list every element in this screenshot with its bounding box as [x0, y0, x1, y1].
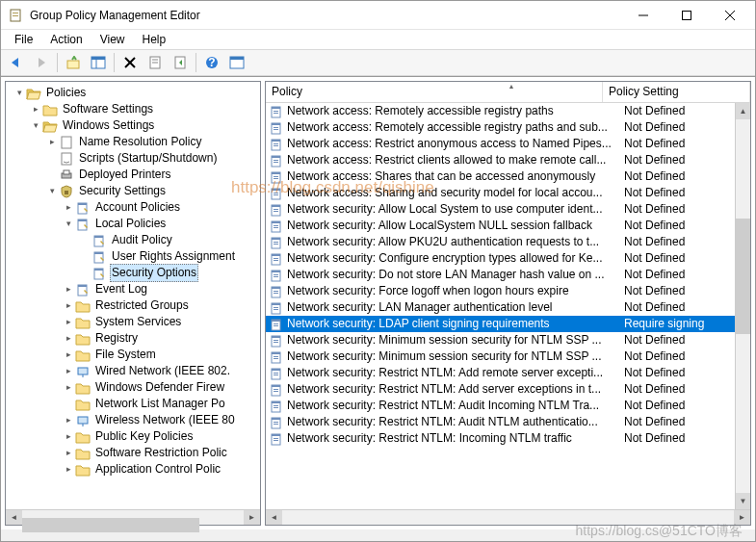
expand-toggle-icon[interactable]: ▸ [28, 101, 43, 117]
policy-row[interactable]: Network security: Minimum session securi… [266, 348, 750, 365]
menu-file[interactable]: File [7, 31, 40, 48]
policy-row[interactable]: Network security: Do not store LAN Manag… [266, 267, 750, 283]
policy-name: Network security: Restrict NTLM: Audit N… [287, 414, 618, 430]
policy-row[interactable]: Network security: Force logoff when logo… [266, 283, 750, 299]
scroll-left-icon[interactable]: ◄ [266, 510, 282, 525]
scroll-down-icon[interactable]: ▼ [736, 493, 750, 509]
list-v-scrollbar[interactable]: ▲ ▼ [735, 103, 750, 509]
export-button[interactable] [169, 51, 192, 74]
policy-row[interactable]: Network access: Shares that can be acces… [266, 168, 750, 185]
tree-item[interactable]: User Rights Assignment [6, 248, 260, 265]
tree-item[interactable]: ▾Local Policies [6, 216, 260, 232]
expand-toggle-icon[interactable]: ▸ [61, 347, 76, 363]
policy-row[interactable]: Network access: Restrict clients allowed… [266, 152, 750, 168]
close-button[interactable] [708, 1, 751, 29]
policy-row[interactable]: Network access: Sharing and security mod… [266, 185, 750, 201]
tree-view[interactable]: ▾Policies▸Software Settings▾Windows Sett… [6, 82, 260, 525]
menu-help[interactable]: Help [135, 31, 174, 48]
tree-item[interactable]: ▸Event Log [6, 281, 260, 297]
tree-item[interactable]: ▸Software Settings [6, 101, 260, 117]
show-tree-button[interactable] [87, 51, 110, 74]
expand-toggle-icon[interactable]: ▾ [61, 216, 76, 232]
policy-row[interactable]: Network access: Restrict anonymous acces… [266, 136, 750, 152]
tree-item[interactable]: Security Options [6, 265, 260, 281]
expand-toggle-icon[interactable]: ▸ [61, 412, 76, 428]
tree-item[interactable]: ▸System Services [6, 314, 260, 330]
tree-item[interactable]: ▸Application Control Polic [6, 461, 260, 477]
svg-rect-33 [94, 252, 103, 254]
policy-row[interactable]: Network security: Restrict NTLM: Audit N… [266, 414, 750, 430]
up-level-button[interactable] [62, 51, 85, 74]
scroll-thumb[interactable] [736, 219, 750, 334]
tree-item[interactable]: ▸Software Restriction Polic [6, 445, 260, 461]
expand-toggle-icon[interactable]: ▸ [61, 445, 76, 461]
help-button[interactable]: ? [200, 51, 223, 74]
filter-button[interactable] [225, 51, 248, 74]
back-button[interactable] [5, 51, 28, 74]
tree-item[interactable]: ▸Wireless Network (IEEE 80 [6, 412, 260, 428]
policy-row[interactable]: Network security: Restrict NTLM: Add rem… [266, 365, 750, 381]
tree-item[interactable]: Network List Manager Po [6, 396, 260, 412]
expand-toggle-icon[interactable]: ▸ [61, 379, 76, 396]
tree-item[interactable]: ▸Registry [6, 330, 260, 347]
scroll-right-icon[interactable]: ► [244, 510, 260, 525]
expand-toggle-icon[interactable]: ▸ [61, 461, 76, 477]
menu-action[interactable]: Action [42, 31, 90, 48]
column-policy[interactable]: Policy [266, 82, 603, 102]
tree-h-scrollbar[interactable]: ◄ ► [6, 509, 260, 525]
list-h-scrollbar[interactable]: ◄ ► [266, 509, 750, 525]
tree-item[interactable]: ▸Account Policies [6, 199, 260, 216]
expand-toggle-icon[interactable]: ▸ [61, 281, 76, 297]
tree-item[interactable]: ▾Policies [6, 85, 260, 101]
tree-item[interactable]: ▸Restricted Groups [6, 297, 260, 314]
policy-item-icon [269, 137, 284, 152]
tree-item[interactable]: Scripts (Startup/Shutdown) [6, 150, 260, 167]
tree-item[interactable]: Deployed Printers [6, 167, 260, 183]
minimize-button[interactable] [621, 1, 665, 29]
expand-toggle-icon[interactable]: ▸ [44, 134, 60, 150]
policy-row[interactable]: Network security: LDAP client signing re… [266, 316, 750, 332]
expand-toggle-icon[interactable]: ▸ [61, 297, 76, 314]
tree-item[interactable]: ▾Security Settings [6, 183, 260, 199]
expand-toggle-icon[interactable]: ▸ [61, 314, 76, 330]
policy-row[interactable]: Network security: Allow PKU2U authentica… [266, 234, 750, 250]
scroll-right-icon[interactable]: ► [734, 510, 750, 525]
expand-toggle-icon[interactable]: ▸ [61, 330, 76, 347]
tree-label: Windows Defender Firew [93, 379, 226, 396]
expand-toggle-icon[interactable]: ▸ [61, 363, 76, 379]
policy-row[interactable]: Network access: Remotely accessible regi… [266, 119, 750, 136]
policy-row[interactable]: Network security: Restrict NTLM: Audit I… [266, 398, 750, 414]
properties-button[interactable] [143, 51, 167, 74]
policy-row[interactable]: Network security: Restrict NTLM: Add ser… [266, 381, 750, 398]
policy-row[interactable]: Network security: Allow Local System to … [266, 201, 750, 218]
forward-button[interactable] [30, 51, 53, 74]
expand-toggle-icon[interactable]: ▸ [61, 199, 76, 216]
policy-setting: Not Defined [618, 136, 750, 152]
delete-button[interactable] [118, 51, 142, 74]
column-setting[interactable]: Policy Setting [603, 82, 750, 102]
tree-item[interactable]: ▸Windows Defender Firew [6, 379, 260, 396]
policy-row[interactable]: Network security: Minimum session securi… [266, 332, 750, 348]
maximize-button[interactable] [665, 1, 708, 29]
scroll-thumb[interactable] [22, 518, 199, 532]
expand-toggle-icon[interactable]: ▾ [12, 85, 27, 101]
tree-item[interactable]: ▸File System [6, 347, 260, 363]
expand-toggle-icon[interactable]: ▾ [28, 117, 43, 134]
expand-toggle-icon[interactable]: ▸ [61, 428, 76, 445]
policy-row[interactable]: Network access: Remotely accessible regi… [266, 103, 750, 119]
tree-item[interactable]: ▾Windows Settings [6, 117, 260, 134]
tree-item[interactable]: ▸Name Resolution Policy [6, 134, 260, 150]
list-view[interactable]: Network access: Remotely accessible regi… [266, 103, 750, 525]
scroll-up-icon[interactable]: ▲ [736, 103, 750, 119]
menu-view[interactable]: View [92, 31, 133, 48]
policy-row[interactable]: Network security: Configure encryption t… [266, 250, 750, 267]
policy-item-icon [269, 268, 284, 283]
policy-row[interactable]: Network security: Restrict NTLM: Incomin… [266, 430, 750, 447]
tree-item[interactable]: Audit Policy [6, 232, 260, 248]
tree-item[interactable]: ▸Public Key Policies [6, 428, 260, 445]
expand-toggle-icon[interactable]: ▾ [44, 183, 60, 199]
policy-row[interactable]: Network security: Allow LocalSystem NULL… [266, 218, 750, 234]
tree-item[interactable]: ▸Wired Network (IEEE 802. [6, 363, 260, 379]
scroll-left-icon[interactable]: ◄ [6, 510, 22, 525]
policy-row[interactable]: Network security: LAN Manager authentica… [266, 299, 750, 316]
